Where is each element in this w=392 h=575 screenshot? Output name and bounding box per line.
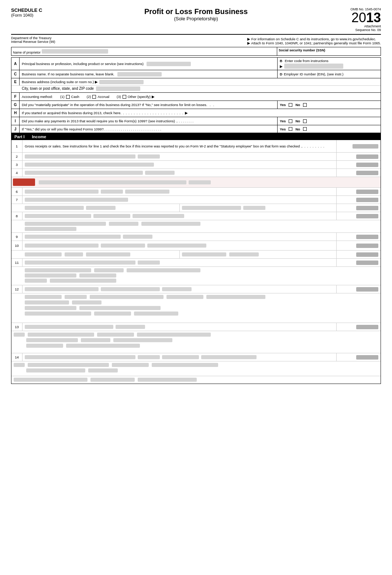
header-center: Profit or Loss From Business (Sole Propr… xyxy=(70,7,322,21)
part1-header: Part I Income xyxy=(11,133,381,140)
blurred-h-num: 13 xyxy=(11,323,23,331)
year-display: 2013 xyxy=(322,11,381,24)
row-large-blurred xyxy=(11,293,381,323)
j-yes-no: Yes No xyxy=(280,127,307,131)
i-yes-no: Yes No xyxy=(280,119,307,123)
content-g: Did you "materially participate" in the … xyxy=(20,101,277,109)
blurred-h-val xyxy=(336,323,381,331)
e-address-blurred xyxy=(99,80,144,84)
accrual-label: Accrual xyxy=(97,95,109,99)
g-yes-no: Yes No xyxy=(280,103,307,107)
other-label: Other (specify) ▶ xyxy=(128,95,155,99)
label-h: H xyxy=(11,109,20,117)
g-no-checkbox[interactable] xyxy=(303,103,307,107)
year-thin: 20 xyxy=(351,10,366,25)
ssn-label: Social security number (SSN) xyxy=(279,48,325,52)
name-field: Name of proprietor xyxy=(11,47,277,55)
line2-num: 2 xyxy=(11,153,23,160)
year-bold: 13 xyxy=(366,10,381,25)
sequence-text: Sequence No. 09 xyxy=(322,28,381,32)
blurred-a-num: 6 xyxy=(11,188,23,195)
d-text: Employer ID number (EIN), (see instr.) xyxy=(284,72,344,76)
blurred-f-val xyxy=(336,259,381,266)
name-value-blurred xyxy=(42,49,108,54)
accrual-option: (2) Accrual xyxy=(87,95,109,99)
row5-sub-blurred xyxy=(189,180,211,184)
blurred-c-num: 8 xyxy=(11,212,23,220)
line1-content: Gross receipts or sales. See instruction… xyxy=(23,140,336,152)
line1-dots: . . . . . . . . . xyxy=(302,144,325,148)
page: SCHEDULE C (Form 1040) Profit or Loss Fr… xyxy=(0,0,392,575)
line4-content xyxy=(23,169,336,177)
blurred-h-content xyxy=(23,323,336,331)
j-yes-checkbox[interactable] xyxy=(289,127,292,131)
row-j: J If "Yes," did you or will you file req… xyxy=(11,125,381,133)
i-no-checkbox[interactable] xyxy=(303,119,307,123)
line3-value xyxy=(336,161,381,169)
cash-checkbox[interactable] xyxy=(66,95,70,99)
content-h: If you started or acquired this business… xyxy=(20,109,381,117)
row-blurred-h: 13 xyxy=(11,323,381,331)
instruction1: ▶ For information on Schedule C and its … xyxy=(247,37,381,41)
row5-content xyxy=(37,177,381,187)
line2-content xyxy=(23,153,336,160)
label-i: I xyxy=(11,117,20,125)
label-d: D xyxy=(280,72,282,76)
line2-val-blurred xyxy=(356,154,378,159)
line4-val-blurred xyxy=(356,171,378,175)
header-right: OMB No. 1545-0074 2013 Attachment Sequen… xyxy=(322,7,381,32)
part1-title: Income xyxy=(32,135,47,139)
other-checkbox[interactable] xyxy=(123,95,126,99)
i-yes-checkbox[interactable] xyxy=(289,119,292,123)
row-e-city: City, town or post office, state, and ZI… xyxy=(11,86,381,92)
row-right-j: Yes No xyxy=(277,125,381,133)
main-title: Profit or Loss From Business xyxy=(70,7,322,16)
row-5-red xyxy=(11,177,381,188)
row-final-blurred-2 xyxy=(11,376,381,384)
instructions-row: ▶ For information on Schedule C and its … xyxy=(247,37,381,45)
content-c: Business name. If no separate business n… xyxy=(20,70,277,78)
row-3: 3 xyxy=(11,161,381,169)
label-f: F xyxy=(11,93,20,101)
row-blurred-f: 11 xyxy=(11,259,381,267)
f-1: (1) xyxy=(60,95,65,99)
blurred-b-num: 7 xyxy=(11,196,23,204)
h-text: If you started or acquired this business… xyxy=(22,111,120,115)
red-block xyxy=(13,178,35,186)
i-no: No xyxy=(295,119,300,123)
blurred-d-content xyxy=(23,233,336,241)
h-dots: . . . . . . . . . . . . . . . . . . . . … xyxy=(120,111,188,115)
blurred-d-val xyxy=(336,233,381,241)
label-j: J xyxy=(11,125,20,133)
row-blurred-g: 12 xyxy=(11,285,381,293)
content-j: If "Yes," did you or will you file requi… xyxy=(20,125,277,133)
g-no: No xyxy=(295,103,300,107)
blurred-g-content xyxy=(23,285,336,293)
name-ssn-row: Name of proprietor Social security numbe… xyxy=(11,47,381,56)
row-blurred-d: 9 xyxy=(11,233,381,241)
row-blurred-c: 8 xyxy=(11,212,381,220)
e-text: Business address (including suite or roo… xyxy=(22,80,98,84)
line1-text: Gross receipts or sales. See instruction… xyxy=(25,144,302,148)
blurred-c-content xyxy=(23,212,336,220)
i-text: Did you make any payments in 2013 that w… xyxy=(22,119,177,123)
line4-text-blurred xyxy=(25,171,143,175)
accrual-checkbox[interactable] xyxy=(92,95,96,99)
row-e: E Business address (including suite or r… xyxy=(11,78,381,93)
j-no-checkbox[interactable] xyxy=(303,127,307,131)
g-yes-checkbox[interactable] xyxy=(289,103,292,107)
g-dots: . . . xyxy=(206,103,215,107)
row-1: 1 Gross receipts or sales. See instructi… xyxy=(11,140,381,153)
blurred-e-content xyxy=(23,241,336,250)
blurred-c-val xyxy=(336,212,381,220)
row-h: H If you started or acquired this busine… xyxy=(11,109,381,117)
line4-value xyxy=(336,169,381,177)
form-header: SCHEDULE C (Form 1040) Profit or Loss Fr… xyxy=(11,7,381,35)
g-text: Did you "materially participate" in the … xyxy=(22,103,206,107)
j-yes: Yes xyxy=(280,127,286,131)
dept-line2: Internal Revenue Service (99) xyxy=(11,40,55,44)
c-text: Business name. If no separate business n… xyxy=(22,72,114,76)
twocol-val xyxy=(336,204,381,212)
name-label: Name of proprietor xyxy=(13,51,41,54)
f-2: (2) xyxy=(87,95,91,99)
